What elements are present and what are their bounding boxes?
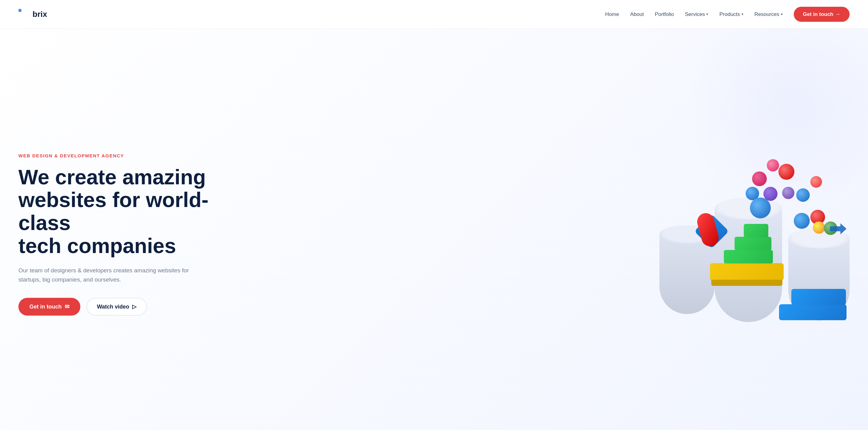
arrow-right-shape (830, 222, 846, 237)
nav-item-products[interactable]: Products ▾ (719, 11, 743, 18)
logo-link[interactable]: brix (19, 9, 47, 20)
ball-blue-main (750, 197, 771, 218)
ball-yellow (813, 221, 825, 234)
get-in-touch-button[interactable]: Get in touch ✉ (19, 298, 80, 316)
watch-video-button[interactable]: Watch video ▷ (87, 298, 147, 316)
stair-green-1 (724, 250, 773, 264)
navbar: brix Home About Portfolio Services ▾ Pro… (0, 0, 868, 29)
nav-item-home[interactable]: Home (605, 11, 619, 18)
nav-menu: Home About Portfolio Services ▾ Products… (605, 7, 849, 22)
ball-purple-2 (782, 187, 795, 199)
platform-yellow (710, 263, 784, 280)
nav-item-portfolio[interactable]: Portfolio (655, 11, 674, 18)
ball-pink-2 (767, 159, 779, 172)
hero-section: WEB DESIGN & DEVELOPMENT AGENCY We creat… (0, 29, 868, 430)
hero-illustration (659, 139, 849, 329)
hero-subtitle: Our team of designers & developers creat… (19, 266, 190, 285)
services-chevron-icon: ▾ (706, 12, 708, 16)
nav-item-resources[interactable]: Resources ▾ (754, 11, 783, 18)
hero-title: We create amazing websites for world-cla… (19, 165, 227, 257)
stair-blue-1 (779, 304, 846, 320)
logo-text: brix (32, 9, 47, 19)
hero-buttons: Get in touch ✉ Watch video ▷ (19, 298, 227, 316)
logo-icon (19, 9, 29, 20)
hero-content: WEB DESIGN & DEVELOPMENT AGENCY We creat… (19, 153, 227, 316)
ball-red-mid (810, 176, 822, 188)
nav-item-services[interactable]: Services ▾ (685, 11, 708, 18)
ball-blue-right (794, 213, 810, 229)
ball-pink-1 (752, 172, 767, 186)
stair-blue-2 (791, 289, 846, 305)
nav-cta-button[interactable]: Get in touch → (794, 7, 849, 22)
products-chevron-icon: ▾ (742, 12, 743, 16)
hero-eyebrow: WEB DESIGN & DEVELOPMENT AGENCY (19, 153, 227, 158)
ball-blue-mid (796, 188, 810, 202)
stair-green-3 (744, 224, 768, 237)
nav-item-about[interactable]: About (630, 11, 644, 18)
play-icon: ▷ (132, 303, 136, 310)
envelope-icon: ✉ (65, 303, 69, 310)
nav-cta-arrow-icon: → (835, 11, 840, 18)
ball-red-top (778, 164, 795, 180)
stair-green-2 (735, 237, 771, 250)
resources-chevron-icon: ▾ (781, 12, 783, 16)
